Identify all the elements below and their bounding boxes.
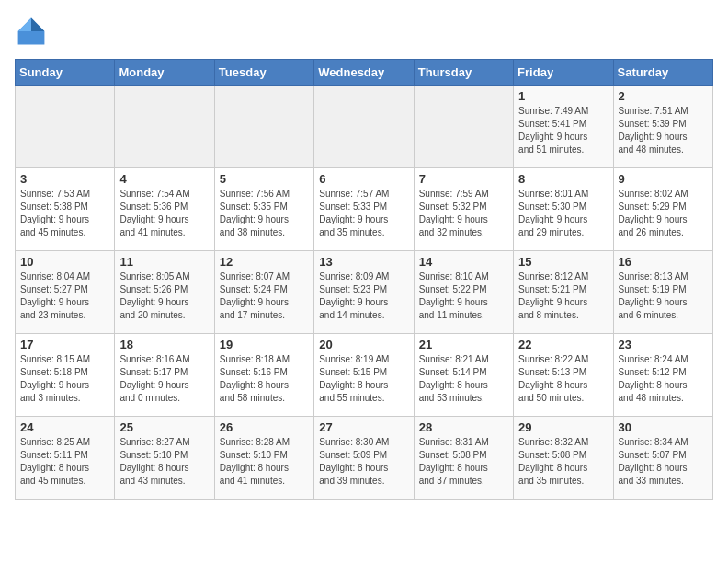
calendar-cell: 28Sunrise: 8:31 AM Sunset: 5:08 PM Dayli… [414,417,513,500]
calendar-week-2: 3Sunrise: 7:53 AM Sunset: 5:38 PM Daylig… [16,168,713,251]
calendar-cell: 20Sunrise: 8:19 AM Sunset: 5:15 PM Dayli… [314,334,414,417]
day-info: Sunrise: 8:07 AM Sunset: 5:24 PM Dayligh… [220,270,309,322]
day-number: 12 [220,255,309,269]
calendar-week-3: 10Sunrise: 8:04 AM Sunset: 5:27 PM Dayli… [16,251,713,334]
day-info: Sunrise: 8:25 AM Sunset: 5:11 PM Dayligh… [20,436,109,488]
day-number: 2 [619,89,708,103]
day-number: 29 [518,420,608,434]
day-header-tuesday: Tuesday [214,60,313,86]
day-number: 21 [419,338,508,351]
day-info: Sunrise: 8:13 AM Sunset: 5:19 PM Dayligh… [619,270,708,322]
calendar-cell [16,86,115,168]
day-info: Sunrise: 7:53 AM Sunset: 5:38 PM Dayligh… [20,188,109,239]
calendar-header-row: SundayMondayTuesdayWednesdayThursdayFrid… [16,60,713,86]
calendar-cell: 24Sunrise: 8:25 AM Sunset: 5:11 PM Dayli… [16,417,115,500]
day-info: Sunrise: 7:51 AM Sunset: 5:39 PM Dayligh… [619,105,708,156]
day-info: Sunrise: 8:16 AM Sunset: 5:17 PM Dayligh… [119,353,209,405]
day-info: Sunrise: 8:15 AM Sunset: 5:18 PM Dayligh… [20,353,109,405]
calendar-cell: 1Sunrise: 7:49 AM Sunset: 5:41 PM Daylig… [514,86,613,168]
calendar-cell: 10Sunrise: 8:04 AM Sunset: 5:27 PM Dayli… [16,251,115,334]
calendar-cell: 5Sunrise: 7:56 AM Sunset: 5:35 PM Daylig… [214,168,313,251]
day-number: 30 [619,420,708,434]
calendar-cell: 26Sunrise: 8:28 AM Sunset: 5:10 PM Dayli… [214,417,313,500]
day-number: 20 [319,338,408,351]
day-info: Sunrise: 8:21 AM Sunset: 5:14 PM Dayligh… [419,353,508,405]
day-number: 25 [119,420,209,434]
day-header-saturday: Saturday [613,60,712,86]
calendar-cell: 27Sunrise: 8:30 AM Sunset: 5:09 PM Dayli… [314,417,414,500]
day-number: 17 [20,338,109,351]
day-info: Sunrise: 7:49 AM Sunset: 5:41 PM Dayligh… [518,105,608,156]
calendar-cell: 6Sunrise: 7:57 AM Sunset: 5:33 PM Daylig… [314,168,414,251]
day-number: 10 [20,255,109,269]
day-info: Sunrise: 8:32 AM Sunset: 5:08 PM Dayligh… [518,436,608,488]
calendar-cell: 8Sunrise: 8:01 AM Sunset: 5:30 PM Daylig… [514,168,613,251]
calendar-cell: 2Sunrise: 7:51 AM Sunset: 5:39 PM Daylig… [613,86,712,168]
calendar-cell: 23Sunrise: 8:24 AM Sunset: 5:12 PM Dayli… [613,334,712,417]
day-number: 7 [419,172,508,186]
calendar-cell: 7Sunrise: 7:59 AM Sunset: 5:32 PM Daylig… [414,168,513,251]
calendar-week-4: 17Sunrise: 8:15 AM Sunset: 5:18 PM Dayli… [16,334,713,417]
logo-icon [15,15,48,48]
day-info: Sunrise: 8:02 AM Sunset: 5:29 PM Dayligh… [619,188,708,239]
calendar-cell: 18Sunrise: 8:16 AM Sunset: 5:17 PM Dayli… [115,334,214,417]
calendar-cell: 11Sunrise: 8:05 AM Sunset: 5:26 PM Dayli… [115,251,214,334]
day-info: Sunrise: 8:09 AM Sunset: 5:23 PM Dayligh… [319,270,408,322]
day-info: Sunrise: 8:30 AM Sunset: 5:09 PM Dayligh… [319,436,408,488]
calendar-cell: 14Sunrise: 8:10 AM Sunset: 5:22 PM Dayli… [414,251,513,334]
day-number: 6 [319,172,408,186]
day-number: 27 [319,420,408,434]
day-header-friday: Friday [514,60,613,86]
calendar-cell: 9Sunrise: 8:02 AM Sunset: 5:29 PM Daylig… [613,168,712,251]
day-info: Sunrise: 8:34 AM Sunset: 5:07 PM Dayligh… [619,436,708,488]
calendar-cell: 19Sunrise: 8:18 AM Sunset: 5:16 PM Dayli… [214,334,313,417]
day-number: 4 [119,172,209,186]
day-info: Sunrise: 8:05 AM Sunset: 5:26 PM Dayligh… [119,270,209,322]
day-header-monday: Monday [115,60,214,86]
day-number: 11 [119,255,209,269]
day-info: Sunrise: 8:12 AM Sunset: 5:21 PM Dayligh… [518,270,608,322]
calendar-week-5: 24Sunrise: 8:25 AM Sunset: 5:11 PM Dayli… [16,417,713,500]
day-header-wednesday: Wednesday [314,60,414,86]
svg-marker-2 [18,18,31,31]
day-info: Sunrise: 8:31 AM Sunset: 5:08 PM Dayligh… [419,436,508,488]
day-number: 28 [419,420,508,434]
day-info: Sunrise: 8:01 AM Sunset: 5:30 PM Dayligh… [518,188,608,239]
day-info: Sunrise: 7:59 AM Sunset: 5:32 PM Dayligh… [419,188,508,239]
day-info: Sunrise: 7:56 AM Sunset: 5:35 PM Dayligh… [220,188,309,239]
calendar-cell: 17Sunrise: 8:15 AM Sunset: 5:18 PM Dayli… [16,334,115,417]
day-info: Sunrise: 7:54 AM Sunset: 5:36 PM Dayligh… [119,188,209,239]
day-number: 16 [619,255,708,269]
day-header-thursday: Thursday [414,60,513,86]
calendar-cell [314,86,414,168]
calendar-cell [414,86,513,168]
day-number: 1 [518,89,608,103]
calendar-cell [115,86,214,168]
calendar-cell: 16Sunrise: 8:13 AM Sunset: 5:19 PM Dayli… [613,251,712,334]
day-info: Sunrise: 8:28 AM Sunset: 5:10 PM Dayligh… [220,436,309,488]
calendar: SundayMondayTuesdayWednesdayThursdayFrid… [15,59,713,500]
calendar-cell: 3Sunrise: 7:53 AM Sunset: 5:38 PM Daylig… [16,168,115,251]
calendar-cell: 25Sunrise: 8:27 AM Sunset: 5:10 PM Dayli… [115,417,214,500]
day-info: Sunrise: 8:22 AM Sunset: 5:13 PM Dayligh… [518,353,608,405]
day-number: 18 [119,338,209,351]
calendar-cell: 15Sunrise: 8:12 AM Sunset: 5:21 PM Dayli… [514,251,613,334]
day-number: 24 [20,420,109,434]
day-number: 9 [619,172,708,186]
calendar-week-1: 1Sunrise: 7:49 AM Sunset: 5:41 PM Daylig… [16,86,713,168]
calendar-cell: 30Sunrise: 8:34 AM Sunset: 5:07 PM Dayli… [613,417,712,500]
day-info: Sunrise: 8:24 AM Sunset: 5:12 PM Dayligh… [619,353,708,405]
calendar-cell: 13Sunrise: 8:09 AM Sunset: 5:23 PM Dayli… [314,251,414,334]
day-info: Sunrise: 8:04 AM Sunset: 5:27 PM Dayligh… [20,270,109,322]
page-header [15,15,713,48]
day-header-sunday: Sunday [16,60,115,86]
calendar-cell: 4Sunrise: 7:54 AM Sunset: 5:36 PM Daylig… [115,168,214,251]
day-number: 14 [419,255,508,269]
day-number: 26 [220,420,309,434]
day-number: 15 [518,255,608,269]
calendar-cell: 29Sunrise: 8:32 AM Sunset: 5:08 PM Dayli… [514,417,613,500]
day-info: Sunrise: 8:27 AM Sunset: 5:10 PM Dayligh… [119,436,209,488]
day-number: 23 [619,338,708,351]
calendar-cell: 21Sunrise: 8:21 AM Sunset: 5:14 PM Dayli… [414,334,513,417]
day-number: 13 [319,255,408,269]
